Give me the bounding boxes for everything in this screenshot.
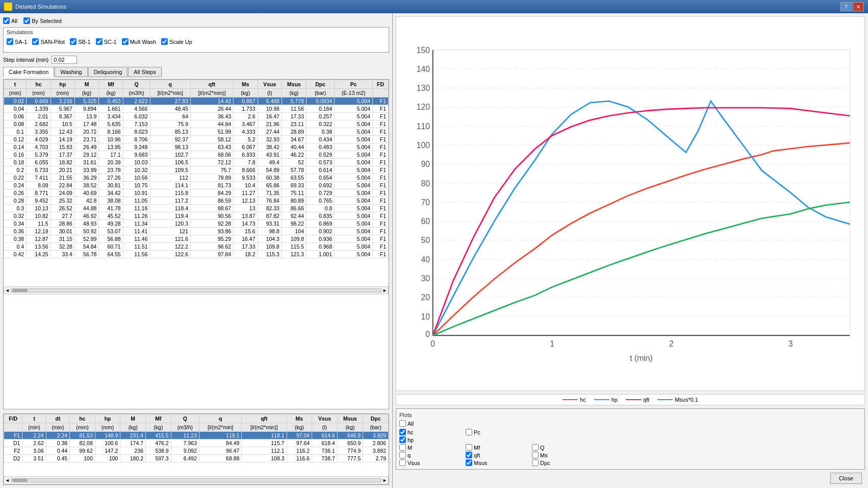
tab-washing[interactable]: Washing — [55, 67, 87, 77]
close-button[interactable]: Close — [830, 473, 862, 484]
table-row[interactable]: D23.510.45100100180.2597.36.49268.88108.… — [4, 455, 389, 462]
plot-Dpc[interactable]: Dpc — [532, 459, 593, 466]
table-row[interactable]: 0.4214.2533.456.7864.5511.56122.697.8418… — [4, 251, 389, 258]
sim-sb1-checkbox[interactable] — [70, 38, 76, 45]
sim-sb1[interactable]: SB-1 — [70, 38, 90, 45]
plot-Pc[interactable]: Pc — [466, 429, 527, 435]
plot-hc[interactable]: hc — [399, 429, 461, 435]
summary-table: F/D t dt hc hp M Mf Q q qft Ms — [4, 414, 389, 462]
plot-Vsus[interactable]: Vsus — [399, 459, 461, 466]
table-row[interactable]: 0.165.37917.3729.1217.19.683102.768.066.… — [4, 151, 389, 159]
sum-col-hp: hp — [95, 414, 120, 423]
plot-Dpc-checkbox[interactable] — [532, 459, 539, 466]
plot-Mf[interactable]: Mf — [466, 444, 527, 451]
hscroll-thumb[interactable] — [12, 289, 28, 292]
table-row[interactable]: 0.289.45225.3242.838.0811.05117.286.5912… — [4, 197, 389, 205]
plot-M[interactable]: M — [399, 444, 461, 451]
table-row[interactable]: 0.413.5632.2854.8460.7111.51122.296.6217… — [4, 243, 389, 251]
plot-Dpc-label: Dpc — [540, 460, 550, 466]
subhdr-Dpc: (bar) — [307, 89, 335, 97]
table-row[interactable]: 0.041.3395.9679.8941.6614.56648.4526.441… — [4, 105, 389, 113]
plot-M-checkbox[interactable] — [399, 444, 406, 451]
sim-sa1[interactable]: SA-1 — [7, 38, 27, 45]
tab-cake-formation[interactable]: Cake Formation — [3, 67, 54, 77]
sum-hscroll-thumb[interactable] — [12, 479, 28, 482]
plot-q[interactable]: q — [399, 452, 461, 458]
sim-mult-wash[interactable]: Mult Wash — [122, 38, 157, 45]
table-row[interactable]: 0.13.35512.4320.728.1668.02385.1351.994.… — [4, 128, 389, 136]
table-row[interactable]: F23.060.4499.62147.2236538.99.09296.4711… — [4, 447, 389, 455]
plot-hp-checkbox[interactable] — [399, 436, 406, 443]
sum-col-Dpc: Dpc — [363, 414, 389, 423]
table-row[interactable]: 0.310.1326.5244.8841.7811.16118.488.6713… — [4, 205, 389, 212]
main-table-hscroll[interactable]: ◄ ► — [4, 286, 389, 295]
table-row[interactable]: F12.242.2481.53148.9231.4415.511.23119.1… — [4, 432, 389, 440]
table-row[interactable]: 0.26.73320.2133.9923.7810.32109.575.78.6… — [4, 166, 389, 174]
plot-q-checkbox[interactable] — [399, 452, 406, 458]
svg-text:3: 3 — [788, 339, 793, 348]
sim-sc1[interactable]: SC-1 — [96, 38, 117, 45]
sim-sc1-checkbox[interactable] — [96, 38, 103, 45]
table-row[interactable]: 0.124.02914.1923.7110.968.70692.3758.125… — [4, 136, 389, 143]
sim-scale-up-checkbox[interactable] — [161, 38, 168, 45]
step-interval-input[interactable] — [52, 56, 77, 64]
plot-Ms-checkbox[interactable] — [532, 452, 539, 458]
plot-Mf-label: Mf — [474, 445, 480, 451]
tab-deliquoring[interactable]: Deliquoring — [88, 67, 128, 77]
by-selected-checkbox[interactable] — [23, 17, 30, 24]
table-row[interactable]: D12.620.3882.08100.6174.7476.27.96384.49… — [4, 440, 389, 447]
step-interval-row: Step interval (min) — [3, 56, 389, 64]
table-row[interactable]: 0.144.70315.8326.4913.959.24898.1363.436… — [4, 143, 389, 151]
plot-Msus-checkbox[interactable] — [466, 459, 472, 466]
svg-text:80: 80 — [421, 179, 430, 188]
subhdr-hp: (mm) — [50, 89, 74, 97]
table-row[interactable]: 0.062.018.36713.93.4346.0326436.432.616.… — [4, 113, 389, 120]
subhdr-Msus: (kg) — [282, 89, 306, 97]
legend-qft-label: qft — [643, 397, 649, 403]
plot-qft-checkbox[interactable] — [466, 452, 472, 458]
table-row[interactable]: 0.268.77124.0940.6934.4210.91115.884.291… — [4, 189, 389, 197]
plot-Ms[interactable]: Ms — [532, 452, 593, 458]
hscroll-track[interactable] — [11, 288, 381, 292]
subhdr-M: (kg) — [74, 89, 98, 97]
summary-table-scroll[interactable]: F/D t dt hc hp M Mf Q q qft Ms — [4, 414, 389, 476]
plots-all-checkbox[interactable] — [399, 420, 406, 427]
table-row[interactable]: 0.186.05518.8231.6120.3910.03106.572.127… — [4, 159, 389, 166]
main-table-scroll[interactable]: t hc hp M Mf Q q qft Ms Vsus Msus Dpc — [4, 80, 389, 286]
col-Pc: Pc — [335, 80, 373, 89]
plot-Pc-checkbox[interactable] — [466, 429, 472, 435]
sum-hscroll-track[interactable] — [11, 478, 381, 482]
plot-Vsus-checkbox[interactable] — [399, 459, 406, 466]
plot-Msus[interactable]: Msus — [466, 459, 527, 466]
plot-hp[interactable]: hp — [399, 436, 461, 443]
table-row[interactable]: 0.3612.1930.0150.9253.0711.4112193.8615.… — [4, 228, 389, 235]
table-row[interactable]: 0.3812.8731.1552.8956.8811.46121.695.291… — [4, 235, 389, 243]
plot-qft[interactable]: qft — [466, 452, 527, 458]
plot-Mf-checkbox[interactable] — [466, 444, 472, 451]
plot-Q-checkbox[interactable] — [532, 444, 539, 451]
table-row[interactable]: 0.248.0922.8438.5230.8110.75114.181.7310… — [4, 182, 389, 189]
all-checkbox-label[interactable]: All — [3, 17, 17, 24]
tab-all-steps[interactable]: All Steps — [128, 67, 161, 77]
plot-Q[interactable]: Q — [532, 444, 593, 451]
table-row[interactable]: 0.227.41121.5536.2927.2610.5611278.899.5… — [4, 174, 389, 182]
main-data-table-container: t hc hp M Mf Q q qft Ms Vsus Msus Dpc — [3, 79, 389, 409]
by-selected-checkbox-label[interactable]: By Selected — [23, 17, 62, 24]
sum-col-hc: hc — [70, 414, 95, 423]
sim-scale-up[interactable]: Scale Up — [161, 38, 192, 45]
sim-san-pilot[interactable]: SAN-Pilot — [32, 38, 65, 45]
table-row[interactable]: 0.020.6693.2165.3250.4532.62327.8314.420… — [4, 97, 389, 105]
table-row[interactable]: 0.082.68210.517.485.6357.15375.944.843.4… — [4, 120, 389, 128]
table-row[interactable]: 0.3210.8227.746.9245.5211.26119.490.5613… — [4, 212, 389, 220]
sim-san-pilot-checkbox[interactable] — [32, 38, 39, 45]
table-row[interactable]: 0.3411.528.8648.9349.2811.34120.392.2814… — [4, 220, 389, 228]
summary-table-hscroll[interactable]: ◄ ► — [4, 476, 389, 484]
all-checkbox[interactable] — [3, 17, 10, 24]
sim-sa1-checkbox[interactable] — [7, 38, 13, 45]
help-button[interactable]: ? — [840, 2, 852, 11]
plots-all-label[interactable]: All — [399, 420, 861, 427]
sim-mult-wash-checkbox[interactable] — [122, 38, 129, 45]
plot-hc-checkbox[interactable] — [399, 429, 406, 435]
legend-hp-line — [594, 399, 609, 400]
close-window-button[interactable]: ✕ — [853, 2, 864, 11]
